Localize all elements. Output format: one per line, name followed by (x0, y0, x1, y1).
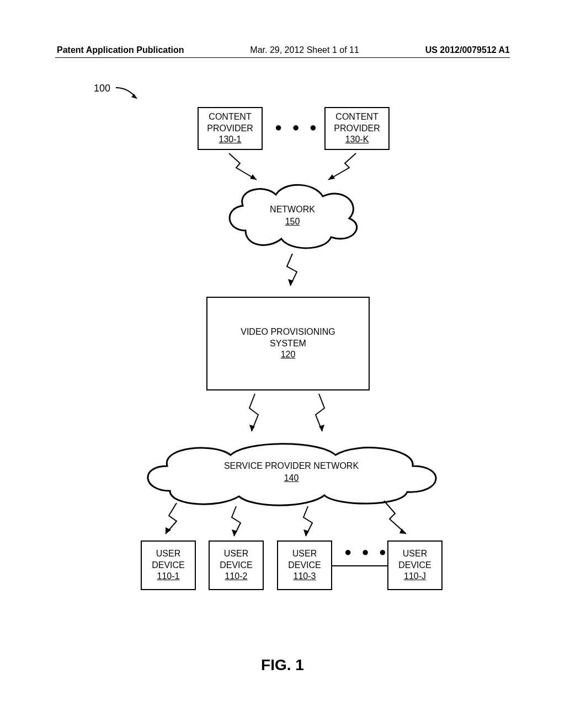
user-device-3-box: USER DEVICE 110-3 (277, 540, 332, 590)
user-device-j-ref: 110-J (404, 571, 426, 582)
page-header: Patent Application Publication Mar. 29, … (0, 45, 565, 55)
network-ref: 150 (285, 216, 300, 228)
network-label: NETWORK (270, 204, 315, 216)
user-device-2-label: USER DEVICE (210, 548, 263, 571)
figure-reference-arrow-icon (115, 87, 142, 109)
header-right: US 2012/0079512 A1 (425, 45, 510, 55)
user-device-3-label: USER DEVICE (278, 548, 331, 571)
connector-spn-to-ud3-icon (298, 505, 318, 540)
figure-reference-number: 100 (94, 83, 110, 94)
user-device-1-label: USER DEVICE (142, 548, 195, 571)
user-device-3-ref: 110-3 (294, 571, 316, 582)
user-device-j-label: USER DEVICE (388, 548, 441, 571)
video-provisioning-system-ref: 120 (281, 349, 296, 361)
header-rule (55, 57, 510, 58)
service-provider-network-cloud: SERVICE PROVIDER NETWORK 140 (137, 436, 446, 507)
connector-ud3-to-udj-line-icon (332, 565, 387, 567)
content-provider-k-label: CONTENT PROVIDER (326, 111, 388, 135)
connector-spn-to-ud2-icon (226, 505, 246, 540)
header-middle: Mar. 29, 2012 Sheet 1 of 11 (250, 45, 359, 55)
content-provider-1-label: CONTENT PROVIDER (199, 111, 262, 135)
content-provider-k-box: CONTENT PROVIDER 130-K (324, 107, 390, 150)
connector-vps-to-spn-left-icon (243, 393, 265, 437)
content-provider-k-ref: 130-K (345, 134, 369, 146)
connector-spn-to-ud1-icon (160, 502, 182, 540)
service-provider-network-label: SERVICE PROVIDER NETWORK (224, 460, 359, 472)
connector-network-to-vps-icon (281, 253, 303, 291)
user-device-j-box: USER DEVICE 110-J (387, 540, 443, 590)
user-device-1-box: USER DEVICE 110-1 (141, 540, 196, 590)
ellipsis-content-providers: ● ● ● (275, 120, 320, 135)
figure-caption: FIG. 1 (0, 656, 565, 674)
user-device-1-ref: 110-1 (157, 571, 180, 582)
header-left: Patent Application Publication (57, 45, 184, 55)
content-provider-1-ref: 130-1 (219, 134, 242, 146)
service-provider-network-ref: 140 (284, 472, 299, 484)
connector-vps-to-spn-right-icon (309, 393, 331, 437)
user-device-2-box: USER DEVICE 110-2 (209, 540, 264, 590)
video-provisioning-system-label: VIDEO PROVISIONING SYSTEM (227, 326, 349, 350)
connector-spn-to-udj-icon (380, 500, 413, 540)
user-device-2-ref: 110-2 (225, 571, 248, 582)
content-provider-1-box: CONTENT PROVIDER 130-1 (198, 107, 263, 150)
ellipsis-user-devices: ● ● ● (344, 545, 390, 559)
network-cloud: NETWORK 150 (218, 175, 367, 253)
video-provisioning-system-box: VIDEO PROVISIONING SYSTEM 120 (206, 297, 370, 390)
